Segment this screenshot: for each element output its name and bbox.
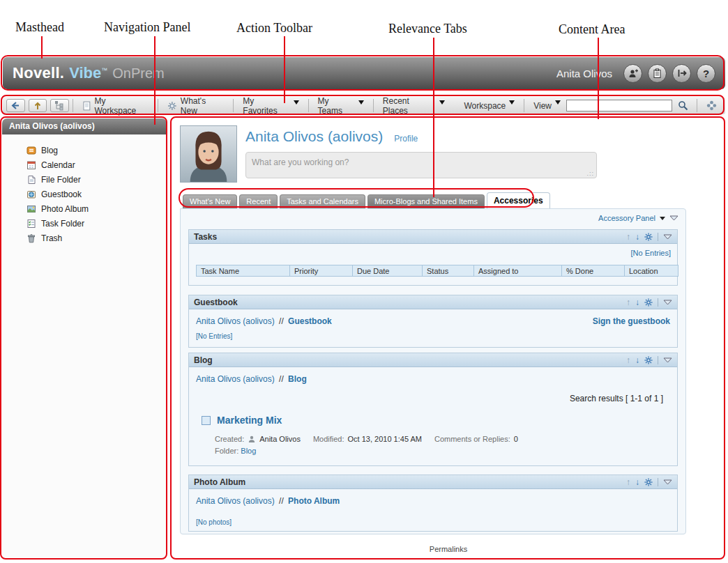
toolbar-my-workspace[interactable]: My Workspace (77, 97, 154, 114)
toolbar-whats-new[interactable]: What's New (162, 97, 229, 114)
photo-album-accessory: Photo Album ↑ ↓ An (188, 475, 678, 532)
tab-whats-new[interactable]: What's New (183, 194, 237, 208)
guestbook-no-entries-link[interactable]: [No Entries] (196, 332, 232, 340)
move-up-icon[interactable]: ↑ (626, 356, 630, 364)
blog-entry-meta: Created: Anita Olivos Modified: Oct 13, … (215, 435, 518, 443)
logout-icon (676, 68, 688, 78)
profile-link[interactable]: Profile (394, 134, 418, 144)
comments-value: 0 (514, 435, 518, 443)
crumb-workspace-link[interactable]: Anita Olivos (aolivos) (196, 496, 275, 506)
tasks-header-icons: ↑ ↓ (626, 233, 672, 241)
no-photos-link[interactable]: [No photos] (196, 518, 232, 526)
toolbar-recent-places[interactable]: Recent Places (377, 97, 450, 114)
sidebar-item-guestbook[interactable]: Guestbook (26, 187, 167, 201)
profile-avatar[interactable] (180, 125, 237, 183)
sidebar-item-task-folder[interactable]: Task Folder (26, 216, 167, 231)
search-group (566, 99, 725, 113)
novell-vibe-logo: Novell. Vibe ™ OnPrem (3, 64, 165, 82)
advanced-search-button[interactable] (704, 99, 718, 113)
settings-gear-icon[interactable] (644, 298, 653, 307)
crumb-guestbook-link[interactable]: Guestbook (288, 316, 332, 326)
tab-tasks-and-calendars[interactable]: Tasks and Calendars (280, 194, 365, 208)
annotation-masthead-label: Masthead (15, 20, 64, 35)
tasks-accessory-header: Tasks ↑ ↓ (189, 230, 677, 244)
collapse-chevron-icon[interactable] (663, 234, 672, 240)
action-toolbar: My Workspace What's New My Favorites My … (3, 97, 725, 114)
back-button[interactable] (6, 99, 25, 112)
logo-novell: Novell. (13, 64, 64, 82)
sidebar-item-photo-album[interactable]: Photo Album (26, 201, 167, 216)
search-input[interactable] (566, 100, 672, 111)
guestbook-header-icons: ↑ ↓ (626, 298, 672, 307)
modified-label: Modified: (313, 435, 344, 443)
sidebar-workspace-header[interactable]: Anita Olivos (aolivos) (2, 118, 167, 134)
status-input[interactable]: What are you working on? .:: (245, 152, 597, 178)
collapse-chevron-icon[interactable] (663, 479, 672, 485)
help-button[interactable]: ? (697, 64, 715, 83)
annotation-navigation-label: Navigation Panel (104, 20, 190, 35)
toolbar-separator (373, 99, 374, 112)
move-up-icon[interactable]: ↑ (626, 478, 630, 486)
workspace-page-icon (82, 101, 91, 111)
accessory-panel-menu[interactable]: Accessory Panel (598, 214, 678, 222)
move-down-icon[interactable]: ↓ (635, 233, 639, 241)
comments-label: Comments or Replies: (434, 435, 510, 443)
folder-blog-link[interactable]: Blog (241, 447, 256, 455)
clipboard-icon (652, 68, 662, 79)
crumb-workspace-link[interactable]: Anita Olivos (aolivos) (196, 374, 275, 384)
collapse-chevron-icon[interactable] (663, 300, 672, 305)
blog-entry-title-link[interactable]: Marketing Mix (217, 415, 282, 426)
masthead-actions: Anita Olivos ? (556, 64, 725, 83)
sidebar-item-file-folder[interactable]: File Folder (26, 172, 167, 187)
clipboard-button[interactable] (648, 64, 667, 83)
search-button[interactable] (676, 99, 690, 113)
crumb-blog-link[interactable]: Blog (288, 374, 307, 384)
tasks-title: Tasks (194, 232, 217, 242)
tab-recent[interactable]: Recent (239, 194, 278, 208)
calendar-icon (26, 160, 36, 170)
logo-vibe: Vibe (69, 64, 101, 82)
dropdown-caret-icon (660, 217, 665, 220)
collapse-chevron-icon[interactable] (663, 357, 672, 363)
toolbar-my-favorites[interactable]: My Favorites (237, 97, 304, 114)
add-user-button[interactable] (623, 64, 642, 83)
profile-name: Anita Olivos (aolivos) (245, 128, 383, 145)
tab-accessories[interactable]: Accessories (487, 192, 550, 208)
sign-guestbook-link[interactable]: Sign the guestbook (593, 316, 670, 326)
annotation-content-label: Content Area (559, 22, 625, 37)
column-assigned-to: Assigned to (473, 265, 561, 277)
toolbar-separator (158, 99, 158, 112)
sidebar-item-trash[interactable]: Trash (26, 231, 167, 245)
column-percent-done: % Done (561, 265, 624, 277)
move-down-icon[interactable]: ↓ (635, 478, 639, 486)
permalinks-link[interactable]: Permalinks (172, 545, 725, 553)
blog-accessory-header: Blog ↑ ↓ (189, 353, 677, 367)
tab-micro-blogs[interactable]: Micro-Blogs and Shared Items (367, 194, 485, 208)
move-up-icon[interactable]: ↑ (626, 298, 630, 307)
dropdown-caret-icon (509, 100, 515, 105)
move-down-icon[interactable]: ↓ (635, 298, 639, 307)
sidebar-item-calendar[interactable]: Calendar (26, 157, 167, 172)
back-arrow-icon (10, 101, 20, 110)
workspace-tree-button[interactable] (50, 99, 69, 112)
tasks-no-entries-link[interactable]: [No Entries] (631, 249, 671, 257)
move-up-icon[interactable]: ↑ (626, 233, 630, 241)
toolbar-separator (233, 99, 234, 112)
crumb-workspace-link[interactable]: Anita Olivos (aolivos) (196, 316, 275, 326)
toolbar-view-menu[interactable]: View (528, 97, 566, 114)
move-down-icon[interactable]: ↓ (635, 356, 639, 364)
blog-body: Anita Olivos (aolivos) // Blog Search re… (189, 367, 677, 465)
sidebar-item-blog[interactable]: Blog (26, 143, 167, 157)
settings-gear-icon[interactable] (644, 478, 653, 486)
blog-accessory: Blog ↑ ↓ Anita Oli (188, 353, 678, 466)
entry-author: Anita Olivos (259, 435, 301, 443)
up-level-button[interactable] (29, 99, 47, 112)
toolbar-workspace-label: Workspace (464, 101, 506, 111)
settings-gear-icon[interactable] (644, 233, 653, 241)
logout-button[interactable] (672, 64, 691, 83)
settings-gear-icon[interactable] (644, 356, 653, 364)
created-label: Created: (215, 435, 244, 443)
toolbar-workspace-menu[interactable]: Workspace (458, 97, 520, 114)
crumb-photo-album-link[interactable]: Photo Album (288, 496, 340, 506)
toolbar-my-teams[interactable]: My Teams (312, 97, 370, 114)
